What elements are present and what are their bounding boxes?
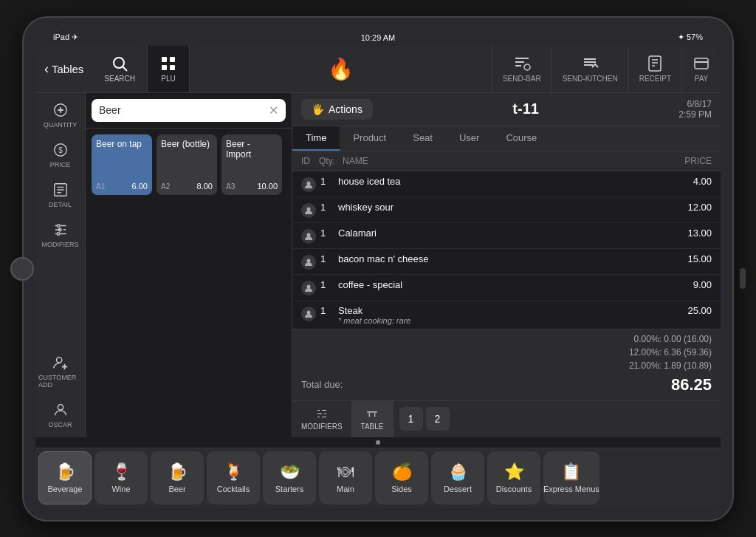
send-bar-button[interactable]: SEND-BAR <box>492 46 551 92</box>
search-input[interactable] <box>99 104 264 116</box>
starters-icon: 🥗 <box>280 462 300 482</box>
sides-label: Sides <box>391 485 412 493</box>
item-qty-1: 1 <box>320 202 338 213</box>
home-button[interactable] <box>10 257 34 281</box>
category-express-menus[interactable]: 📋 Express Menus <box>543 451 599 504</box>
product-card-1[interactable]: Beer (bottle) A2 8.00 <box>157 134 217 195</box>
back-button[interactable]: ‹ Tables <box>35 61 92 77</box>
category-starters[interactable]: 🥗 Starters <box>263 451 316 504</box>
express-menus-label: Express Menus <box>543 485 599 493</box>
category-discounts[interactable]: ⭐ Discounts <box>487 451 540 504</box>
product-card-0[interactable]: Beer on tap A1 6.00 <box>92 134 152 195</box>
send-kitchen-button[interactable]: SEND-KITCHEN <box>551 46 628 92</box>
category-main[interactable]: 🍽 Main <box>319 451 372 504</box>
main-icon: 🍽 <box>337 462 354 482</box>
order-time: 2:59 PM <box>678 109 712 120</box>
left-sidebar: QUANTITY $ PRICE DETAIL MODIFIERS <box>35 93 86 437</box>
send-kitchen-label: SEND-KITCHEN <box>563 75 618 83</box>
svg-point-30 <box>307 207 311 211</box>
category-cocktails[interactable]: 🍹 Cocktails <box>207 451 260 504</box>
table-footer-button[interactable]: TABLE <box>352 401 394 437</box>
search-label: SEARCH <box>104 75 135 83</box>
order-item-1[interactable]: 1 whiskey sour 12.00 <box>292 197 721 223</box>
search-input-wrap[interactable]: ✕ <box>92 99 286 122</box>
category-beverage[interactable]: 🍺 Beverage <box>38 451 92 504</box>
item-price-4: 9.00 <box>675 279 712 290</box>
item-qty-0: 1 <box>320 176 338 187</box>
modifiers-footer-button[interactable]: MODIFIERS <box>292 401 352 437</box>
price-button[interactable]: $ PRICE <box>35 136 85 174</box>
actions-button[interactable]: 🖐 Actions <box>301 99 373 120</box>
modifiers-footer-label: MODIFIERS <box>301 423 343 431</box>
modifiers-sidebar-button[interactable]: MODIFIERS <box>35 216 85 254</box>
order-item-5[interactable]: 1 Steak * meat cooking: rare 25.00 <box>292 301 721 329</box>
item-price-2: 13.00 <box>675 228 712 239</box>
svg-rect-3 <box>170 57 175 62</box>
oscar-button[interactable]: OSCAR <box>35 396 85 434</box>
modifiers-sidebar-label: MODIFIERS <box>41 241 78 248</box>
category-dessert[interactable]: 🧁 Dessert <box>431 451 484 504</box>
tab-seat[interactable]: Seat <box>399 126 446 151</box>
search-bar: ✕ <box>86 93 292 129</box>
customer-add-label: CUSTOMER ADD <box>38 374 82 389</box>
item-qty-2: 1 <box>320 228 338 239</box>
tab-course[interactable]: Course <box>492 126 550 151</box>
search-clear-icon[interactable]: ✕ <box>269 103 278 117</box>
quantity-button[interactable]: QUANTITY <box>35 96 85 134</box>
modifiers-sidebar-icon <box>52 222 69 238</box>
svg-rect-2 <box>162 57 167 62</box>
order-item-4[interactable]: 1 coffee - special 9.00 <box>292 275 721 301</box>
category-beer[interactable]: 🍺 Beer <box>151 451 204 504</box>
svg-point-25 <box>56 357 61 362</box>
svg-point-33 <box>307 284 311 288</box>
svg-line-1 <box>123 67 128 72</box>
main-content: ‹ Tables SEARCH PLU 🔥 <box>35 46 721 508</box>
category-wine[interactable]: 🍷 Wine <box>94 451 148 504</box>
table-footer-icon <box>365 407 379 420</box>
status-left: iPad ✈ <box>53 33 78 42</box>
svg-point-28 <box>58 404 63 409</box>
search-button[interactable]: SEARCH <box>92 46 148 92</box>
category-sides[interactable]: 🍊 Sides <box>375 451 428 504</box>
product-card-2[interactable]: Beer - Import A3 10.00 <box>221 134 282 195</box>
item-name-wrap-2: Calamari <box>338 228 675 239</box>
order-item-0[interactable]: 1 house iced tea 4.00 <box>292 171 721 197</box>
tax-line-2: 21.00%: 1.89 (10.89) <box>301 359 712 372</box>
pay-label: PAY <box>695 75 709 83</box>
pay-button[interactable]: PAY <box>681 46 721 92</box>
discounts-icon: ⭐ <box>504 462 524 482</box>
order-item-2[interactable]: 1 Calamari 13.00 <box>292 223 721 249</box>
status-time: 10:29 AM <box>361 33 395 42</box>
order-date-time: 6/8/17 2:59 PM <box>678 99 712 120</box>
seat-icon-3 <box>304 258 313 267</box>
detail-button[interactable]: DETAIL <box>35 176 85 214</box>
svg-rect-4 <box>162 65 167 70</box>
item-name-2: Calamari <box>338 228 675 239</box>
total-due-row: Total due: 86.25 <box>301 372 712 397</box>
tab-user[interactable]: User <box>446 126 492 151</box>
svg-text:$: $ <box>58 146 63 154</box>
tab-time[interactable]: Time <box>292 126 340 151</box>
tab-product[interactable]: Product <box>340 126 399 151</box>
seat-badge-1 <box>301 203 316 218</box>
product-footer-0: A1 6.00 <box>96 182 148 191</box>
svg-point-22 <box>57 224 60 227</box>
svg-point-0 <box>114 58 124 68</box>
plu-button[interactable]: PLU <box>148 46 190 92</box>
order-item-3[interactable]: 1 bacon mac n' cheese 15.00 <box>292 249 721 275</box>
plu-icon <box>159 55 177 72</box>
customer-add-button[interactable]: CUSTOMER ADD <box>35 349 85 394</box>
col-name: NAME <box>343 156 667 166</box>
seat-2-button[interactable]: 2 <box>426 407 450 431</box>
item-name-wrap-0: house iced tea <box>338 176 675 187</box>
item-name-wrap-4: coffee - special <box>338 279 675 290</box>
receipt-button[interactable]: RECEIPT <box>628 46 681 92</box>
col-qty: Qty. <box>319 156 343 166</box>
detail-label: DETAIL <box>49 201 72 208</box>
product-price-2: 10.00 <box>257 182 278 191</box>
status-right: ✦ 57% <box>678 33 703 42</box>
search-icon <box>111 55 128 72</box>
seat-1-button[interactable]: 1 <box>399 407 423 431</box>
product-code-0: A1 <box>96 182 105 191</box>
plu-label: PLU <box>161 75 175 83</box>
